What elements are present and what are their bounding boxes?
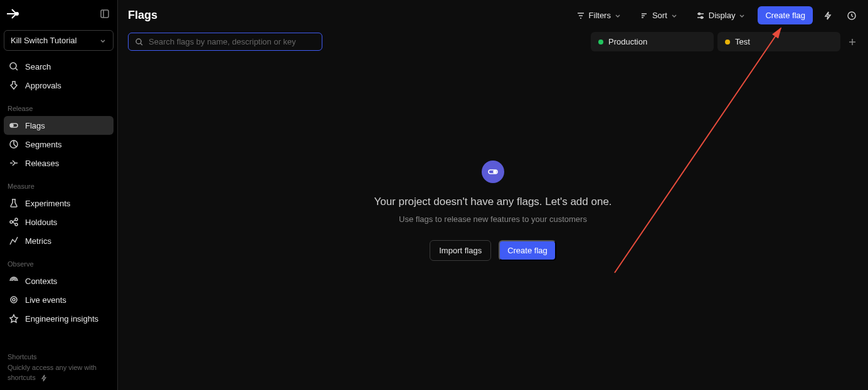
svg-rect-1 xyxy=(101,10,109,18)
section-label-release: Release xyxy=(0,95,117,116)
chevron-down-icon xyxy=(671,13,677,19)
sidebar-item-label: Experiments xyxy=(25,199,70,208)
sidebar-item-flags[interactable]: Flags xyxy=(4,116,114,135)
svg-point-0 xyxy=(16,13,18,15)
create-flag-button-empty[interactable]: Create flag xyxy=(499,240,556,261)
svg-line-12 xyxy=(13,222,15,224)
holdouts-icon xyxy=(9,217,19,227)
approvals-icon xyxy=(9,80,19,90)
svg-point-20 xyxy=(136,39,141,44)
beaker-icon xyxy=(9,198,19,208)
main-content: Flags Filters Sort Display xyxy=(118,0,868,390)
svg-point-10 xyxy=(15,223,18,226)
status-dot-icon xyxy=(725,40,730,45)
sidebar-item-label: Flags xyxy=(25,121,45,130)
sidebar-item-search[interactable]: Search xyxy=(4,57,114,76)
insights-icon xyxy=(9,314,19,324)
contexts-icon xyxy=(9,276,19,286)
search-input[interactable] xyxy=(149,37,315,46)
sidebar-item-label: Approvals xyxy=(25,81,61,90)
sidebar: Kill Switch Tutorial Search Approvals Re… xyxy=(0,0,118,390)
sidebar-item-holdouts[interactable]: Holdouts xyxy=(4,213,114,231)
svg-point-25 xyxy=(494,171,496,173)
shortcuts-section: Shortcuts Quickly access any view with s… xyxy=(0,353,117,390)
environment-pill-production[interactable]: Production xyxy=(591,32,714,51)
sidebar-item-contexts[interactable]: Contexts xyxy=(4,271,114,290)
svg-point-9 xyxy=(15,218,18,221)
sidebar-item-label: Contexts xyxy=(25,277,57,286)
shortcuts-title: Shortcuts xyxy=(8,353,110,361)
shortcuts-description: Quickly access any view with shortcuts xyxy=(8,363,110,382)
toolbar: Production Test xyxy=(118,31,868,56)
filter-icon xyxy=(576,11,585,20)
bolt-action-button[interactable] xyxy=(819,7,837,24)
svg-point-3 xyxy=(10,63,16,69)
sidebar-item-metrics[interactable]: Metrics xyxy=(4,231,114,250)
display-button[interactable]: Display xyxy=(690,7,752,24)
sidebar-item-label: Releases xyxy=(25,159,59,168)
chevron-down-icon xyxy=(615,13,621,19)
sidebar-item-label: Holdouts xyxy=(25,218,57,227)
sidebar-item-live-events[interactable]: Live events xyxy=(4,290,114,309)
segments-icon xyxy=(9,139,19,149)
environment-pill-test[interactable]: Test xyxy=(717,32,840,51)
sidebar-item-label: Metrics xyxy=(25,236,51,246)
bolt-icon xyxy=(823,11,833,21)
collapse-sidebar-button[interactable] xyxy=(97,6,112,21)
sidebar-item-label: Live events xyxy=(25,295,66,305)
sidebar-item-engineering-insights[interactable]: Engineering insights xyxy=(4,309,114,328)
create-flag-button[interactable]: Create flag xyxy=(758,6,813,24)
search-box[interactable] xyxy=(128,33,322,51)
empty-state-title: Your project doesn't have any flags. Let… xyxy=(374,196,611,208)
environment-name: Test xyxy=(735,37,750,46)
bolt-icon xyxy=(40,374,48,382)
flag-icon xyxy=(9,120,19,130)
search-icon xyxy=(135,38,144,46)
sidebar-item-segments[interactable]: Segments xyxy=(4,135,114,154)
clock-icon xyxy=(847,11,857,21)
header: Flags Filters Sort Display xyxy=(118,0,868,31)
status-dot-icon xyxy=(598,40,603,45)
sidebar-item-experiments[interactable]: Experiments xyxy=(4,194,114,213)
add-environment-button[interactable] xyxy=(844,33,860,51)
svg-point-8 xyxy=(10,221,13,223)
toggle-icon xyxy=(487,166,499,177)
live-events-icon xyxy=(9,295,19,305)
sidebar-item-label: Engineering insights xyxy=(25,314,98,324)
project-name: Kill Switch Tutorial xyxy=(11,36,77,45)
chevron-down-icon xyxy=(739,13,745,19)
project-selector[interactable]: Kill Switch Tutorial xyxy=(4,30,114,51)
empty-state: Your project doesn't have any flags. Let… xyxy=(118,56,868,390)
search-icon xyxy=(9,61,19,71)
environment-name: Production xyxy=(608,37,647,46)
plus-icon xyxy=(848,38,857,46)
section-label-measure: Measure xyxy=(0,172,117,194)
sort-icon xyxy=(640,11,648,20)
sidebar-item-approvals[interactable]: Approvals xyxy=(4,76,114,95)
svg-point-14 xyxy=(11,297,17,303)
sidebar-item-label: Segments xyxy=(25,140,62,149)
sidebar-item-label: Search xyxy=(25,62,51,71)
svg-line-4 xyxy=(16,68,18,70)
logo[interactable] xyxy=(5,6,20,21)
history-button[interactable] xyxy=(843,7,860,24)
svg-point-6 xyxy=(11,124,13,127)
chevron-down-icon xyxy=(99,37,107,45)
metrics-icon xyxy=(9,236,19,246)
filters-button[interactable]: Filters xyxy=(570,7,627,24)
releases-icon xyxy=(9,158,19,168)
sidebar-item-releases[interactable]: Releases xyxy=(4,154,114,172)
empty-state-subtitle: Use flags to release new features to you… xyxy=(399,214,587,224)
sort-button[interactable]: Sort xyxy=(633,7,684,24)
svg-line-21 xyxy=(140,43,142,45)
empty-state-icon xyxy=(482,161,504,183)
svg-point-13 xyxy=(13,298,15,301)
section-label-observe: Observe xyxy=(0,250,117,271)
page-title: Flags xyxy=(128,9,157,22)
import-flags-button[interactable]: Import flags xyxy=(430,240,491,261)
sliders-icon xyxy=(696,11,705,20)
